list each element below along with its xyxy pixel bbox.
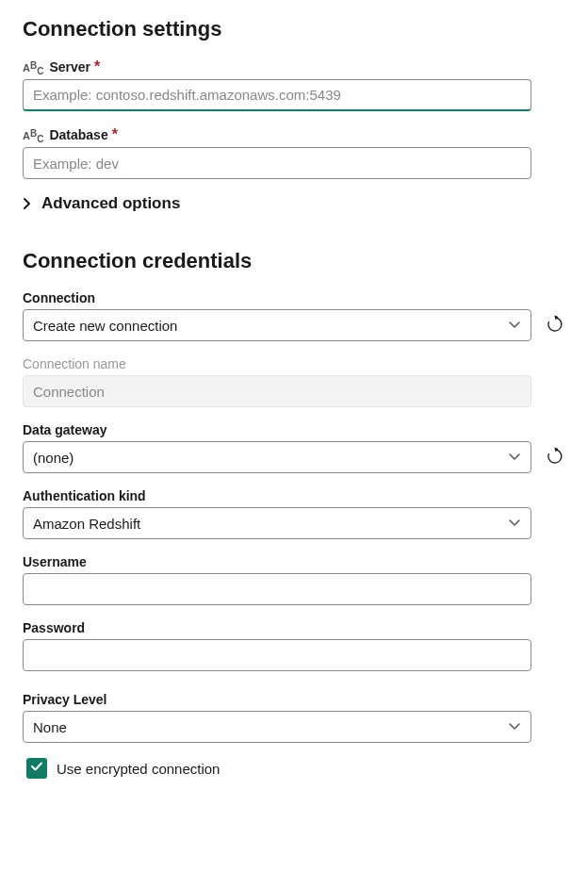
privacy-level-label: Privacy Level bbox=[23, 692, 107, 707]
connection-name-label: Connection name bbox=[23, 356, 126, 371]
database-label: Database bbox=[49, 127, 107, 142]
connection-label: Connection bbox=[23, 290, 95, 305]
credentials-section-title: Connection credentials bbox=[23, 249, 565, 273]
data-gateway-select[interactable] bbox=[23, 441, 531, 473]
username-input[interactable] bbox=[23, 573, 531, 605]
encrypted-connection-label: Use encrypted connection bbox=[57, 761, 220, 777]
refresh-icon bbox=[546, 447, 564, 469]
refresh-gateway-button[interactable] bbox=[545, 441, 565, 473]
refresh-icon bbox=[546, 315, 564, 337]
database-input[interactable] bbox=[23, 147, 531, 179]
advanced-options-label: Advanced options bbox=[41, 194, 180, 213]
username-label: Username bbox=[23, 554, 87, 569]
encrypted-connection-checkbox[interactable] bbox=[26, 758, 47, 779]
password-label: Password bbox=[23, 620, 85, 635]
server-input[interactable] bbox=[23, 79, 531, 111]
chevron-right-icon bbox=[23, 197, 32, 210]
settings-section-title: Connection settings bbox=[23, 17, 565, 41]
password-input[interactable] bbox=[23, 639, 531, 671]
connection-name-input bbox=[23, 375, 531, 407]
required-star-icon: * bbox=[112, 126, 118, 143]
connection-select[interactable] bbox=[23, 309, 531, 341]
text-type-icon: ABC bbox=[23, 131, 43, 141]
data-gateway-label: Data gateway bbox=[23, 422, 106, 437]
required-star-icon: * bbox=[94, 58, 100, 75]
refresh-connection-button[interactable] bbox=[545, 309, 565, 341]
server-label: Server bbox=[49, 59, 90, 74]
advanced-options-expander[interactable]: Advanced options bbox=[23, 194, 565, 213]
privacy-level-select[interactable] bbox=[23, 711, 531, 743]
check-icon bbox=[30, 760, 43, 777]
text-type-icon: ABC bbox=[23, 63, 43, 74]
auth-kind-select[interactable] bbox=[23, 507, 531, 539]
auth-kind-label: Authentication kind bbox=[23, 488, 146, 503]
